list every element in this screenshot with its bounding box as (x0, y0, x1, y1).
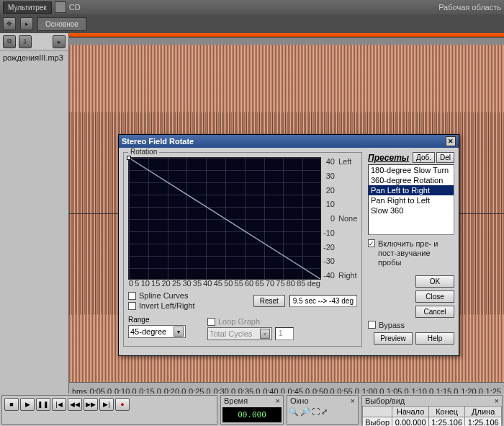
rewind-button[interactable]: ◀◀ (68, 398, 82, 411)
graph-handle[interactable] (127, 156, 131, 160)
range-label: Range (128, 316, 186, 324)
tool-cursor-icon[interactable]: ✥ (3, 17, 16, 30)
range-select[interactable]: 45-degree▾ (128, 325, 186, 338)
axis-left-label: Left (338, 157, 357, 166)
preset-list[interactable]: 180-degree Slow Turn360-degree RotationP… (368, 164, 454, 235)
rotation-graph[interactable]: 0510152025303540455055606570758085deg (128, 157, 321, 280)
selection-view-panel: Выбор/вид× Начало Конец Длина Выбор 0.00… (361, 395, 503, 425)
file-panel: ⧉ ⇩ ▸ рожденияIII.mp3 (0, 33, 69, 401)
dialog-titlebar[interactable]: Stereo Field Rotate ✕ (119, 135, 459, 148)
stop-button[interactable]: ■ (4, 398, 19, 411)
loop-cycle-value: 1 (275, 327, 294, 340)
open-file-icon[interactable]: ⧉ (3, 35, 16, 48)
window-panel: Окно× 🔍 🔎 ⛶ ⤢ (287, 395, 359, 425)
col-length: Длина (465, 407, 502, 417)
play-icon[interactable]: ▸ (20, 17, 33, 30)
multitrack-tab[interactable]: Мультитрек (3, 1, 52, 14)
file-list-item[interactable]: рожденияIII.mp3 (3, 53, 66, 62)
record-button[interactable]: ● (115, 398, 130, 411)
play-button[interactable]: ▶ (20, 398, 35, 411)
spline-curves-checkbox[interactable]: Spline Curves (128, 291, 249, 300)
skip-end-button[interactable]: ▶| (99, 398, 114, 411)
forward-button[interactable]: ▶▶ (84, 398, 98, 411)
axis-none-label: None (338, 214, 357, 223)
selection-table: Начало Конец Длина Выбор 0.00.000 1:25.1… (362, 406, 502, 426)
invert-lr-checkbox[interactable]: Invert Left/Right (128, 301, 249, 310)
ok-button[interactable]: OK (415, 275, 454, 288)
close-icon[interactable]: ✕ (446, 136, 456, 146)
timecode-display: 00.000 (222, 407, 282, 422)
secondary-toolbar: ✥ ▸ Основное (0, 14, 504, 33)
zoom-sel-icon[interactable]: ⤢ (321, 407, 328, 417)
presets-title: Пресеты (368, 153, 411, 163)
rotation-group: Rotation 0510152025303540455055606570758… (123, 152, 362, 347)
window-panel-title: Окно (290, 396, 309, 405)
overview-scroll[interactable] (69, 37, 504, 45)
chevron-down-icon[interactable]: ▾ (174, 327, 184, 337)
close-icon[interactable]: × (351, 396, 355, 405)
preset-add-button[interactable]: Доб. (413, 152, 435, 163)
include-prepost-checkbox[interactable]: ✓Включить пре- и пост-звучание пробы (368, 239, 454, 268)
time-panel: Время× 00.000 (220, 395, 284, 425)
dialog-title: Stereo Field Rotate (122, 137, 194, 146)
time-panel-title: Время (224, 396, 248, 405)
status-readout: 9.5 sec --> -43 deg (289, 295, 357, 307)
close-icon[interactable]: × (495, 396, 499, 405)
import-icon[interactable]: ⇩ (19, 35, 32, 48)
pause-button[interactable]: ❚❚ (36, 398, 50, 411)
loop-graph-checkbox[interactable]: Loop Graph (207, 317, 294, 326)
table-row: Выбор 0.00.000 1:25.106 1:25.106 (363, 417, 502, 427)
zoom-out-icon[interactable]: 🔎 (300, 407, 310, 417)
close-button[interactable]: Close (415, 290, 454, 303)
loop-cycle-select: Total Cycles▾ (207, 327, 272, 340)
zoom-in-icon[interactable]: 🔍 (289, 407, 299, 417)
col-end: Конец (428, 407, 465, 417)
transport-panel: ■ ▶ ❚❚ |◀ ◀◀ ▶▶ ▶| ● (1, 395, 217, 425)
workspace-label: Рабочая область (438, 3, 501, 12)
cd-label: CD (69, 3, 81, 12)
close-icon[interactable]: × (276, 396, 280, 405)
axis-right-label: Right (338, 271, 357, 280)
bottom-bars: ■ ▶ ❚❚ |◀ ◀◀ ▶▶ ▶| ● Время× 00.000 Окно×… (0, 394, 504, 426)
zoom-fit-icon[interactable]: ⛶ (312, 407, 320, 417)
rotation-legend: Rotation (128, 148, 159, 156)
preset-item[interactable]: 360-degree Rotation (369, 175, 454, 185)
app-top-strip: Мультитрек CD Рабочая область (0, 0, 504, 14)
preset-item[interactable]: Slow 360 (369, 205, 454, 216)
file-panel-tools: ⧉ ⇩ ▸ (0, 33, 68, 50)
preset-item[interactable]: Pan Left to Right (369, 185, 454, 195)
cancel-button[interactable]: Cancel (415, 306, 454, 318)
bypass-checkbox[interactable]: Bypass (368, 321, 405, 329)
right-axis-labels: Left None Right (337, 157, 357, 280)
chevron-down-icon: ▾ (260, 329, 270, 339)
stereo-field-rotate-dialog: Stereo Field Rotate ✕ Rotation 05101520 (118, 134, 459, 356)
col-start: Начало (392, 407, 429, 417)
help-button[interactable]: Help (415, 332, 454, 345)
panel-tab-main[interactable]: Основное (37, 17, 86, 31)
skip-start-button[interactable]: |◀ (52, 398, 66, 411)
panel-menu-icon[interactable]: ▸ (53, 35, 66, 48)
reset-button[interactable]: Reset (253, 295, 285, 307)
db-axis: 403020100-10-20-30-40 (323, 157, 336, 280)
cd-icon[interactable] (55, 1, 66, 13)
preset-item[interactable]: 180-degree Slow Turn (369, 165, 454, 175)
selview-title: Выбор/вид (365, 396, 405, 405)
preset-item[interactable]: Pan Right to Left (369, 195, 454, 205)
preset-del-button[interactable]: Del (436, 152, 454, 163)
preview-button[interactable]: Preview (374, 332, 413, 345)
svg-line-0 (129, 158, 320, 279)
